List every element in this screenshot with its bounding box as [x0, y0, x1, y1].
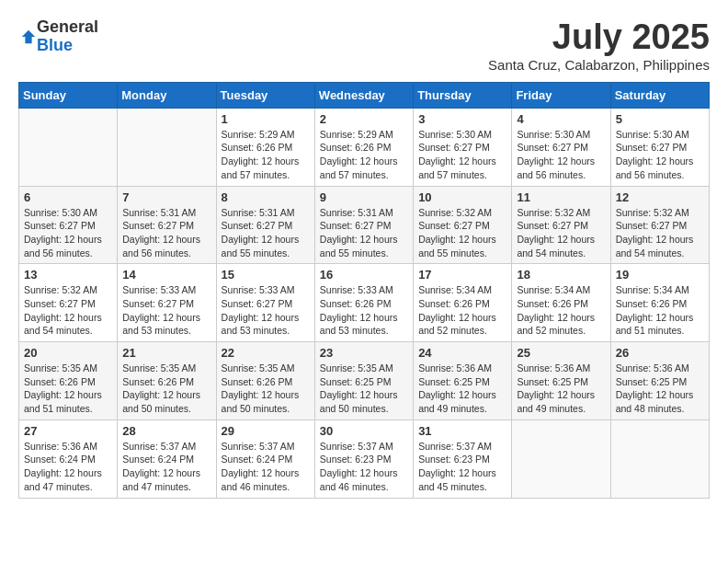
logo: General Blue — [18, 18, 98, 55]
day-number: 26 — [616, 346, 704, 360]
day-info: Sunrise: 5:30 AM Sunset: 6:27 PM Dayligh… — [418, 128, 506, 182]
day-number: 21 — [122, 346, 210, 360]
calendar-cell: 3Sunrise: 5:30 AM Sunset: 6:27 PM Daylig… — [414, 108, 512, 186]
week-row-4: 20Sunrise: 5:35 AM Sunset: 6:26 PM Dayli… — [19, 342, 710, 420]
day-number: 31 — [418, 424, 506, 438]
day-info: Sunrise: 5:33 AM Sunset: 6:27 PM Dayligh… — [222, 283, 310, 338]
day-info: Sunrise: 5:31 AM Sunset: 6:27 PM Dayligh… — [222, 206, 310, 260]
day-header-monday: Monday — [118, 82, 216, 108]
day-info: Sunrise: 5:37 AM Sunset: 6:23 PM Dayligh… — [418, 440, 506, 494]
calendar-cell: 8Sunrise: 5:31 AM Sunset: 6:27 PM Daylig… — [216, 186, 314, 264]
day-number: 10 — [418, 190, 506, 204]
calendar-cell — [118, 108, 216, 186]
day-number: 2 — [320, 112, 408, 126]
day-header-thursday: Thursday — [414, 82, 512, 108]
calendar-cell: 23Sunrise: 5:35 AM Sunset: 6:25 PM Dayli… — [314, 342, 413, 420]
svg-marker-0 — [22, 30, 35, 43]
day-number: 7 — [122, 190, 210, 204]
day-header-saturday: Saturday — [610, 82, 709, 108]
day-number: 29 — [222, 424, 310, 438]
week-row-1: 1Sunrise: 5:29 AM Sunset: 6:26 PM Daylig… — [19, 108, 710, 186]
day-info: Sunrise: 5:36 AM Sunset: 6:24 PM Dayligh… — [24, 440, 112, 494]
day-number: 9 — [320, 190, 408, 204]
day-info: Sunrise: 5:37 AM Sunset: 6:24 PM Dayligh… — [122, 440, 210, 494]
calendar-cell: 18Sunrise: 5:34 AM Sunset: 6:26 PM Dayli… — [512, 264, 610, 342]
logo-blue: Blue — [37, 37, 98, 55]
day-info: Sunrise: 5:36 AM Sunset: 6:25 PM Dayligh… — [418, 362, 506, 416]
calendar-cell: 20Sunrise: 5:35 AM Sunset: 6:26 PM Dayli… — [19, 342, 118, 420]
day-number: 24 — [418, 346, 506, 360]
week-row-5: 27Sunrise: 5:36 AM Sunset: 6:24 PM Dayli… — [19, 419, 710, 498]
header-row: SundayMondayTuesdayWednesdayThursdayFrid… — [19, 82, 710, 108]
calendar-cell: 26Sunrise: 5:36 AM Sunset: 6:25 PM Dayli… — [610, 342, 709, 420]
day-info: Sunrise: 5:35 AM Sunset: 6:26 PM Dayligh… — [222, 362, 310, 416]
calendar-cell: 5Sunrise: 5:30 AM Sunset: 6:27 PM Daylig… — [610, 108, 709, 186]
day-number: 16 — [320, 268, 408, 282]
day-info: Sunrise: 5:36 AM Sunset: 6:25 PM Dayligh… — [517, 362, 605, 416]
day-info: Sunrise: 5:36 AM Sunset: 6:25 PM Dayligh… — [616, 362, 704, 416]
day-info: Sunrise: 5:32 AM Sunset: 6:27 PM Dayligh… — [616, 206, 704, 260]
day-info: Sunrise: 5:33 AM Sunset: 6:26 PM Dayligh… — [320, 283, 408, 338]
logo-general: General — [37, 18, 98, 37]
day-info: Sunrise: 5:34 AM Sunset: 6:26 PM Dayligh… — [418, 283, 506, 338]
calendar-table: SundayMondayTuesdayWednesdayThursdayFrid… — [18, 82, 710, 499]
calendar-cell: 1Sunrise: 5:29 AM Sunset: 6:26 PM Daylig… — [216, 108, 314, 186]
day-header-tuesday: Tuesday — [216, 82, 314, 108]
calendar-cell: 21Sunrise: 5:35 AM Sunset: 6:26 PM Dayli… — [118, 342, 216, 420]
month-title: July 2025 — [488, 18, 710, 57]
logo-text: General Blue — [37, 18, 98, 55]
day-number: 30 — [320, 424, 408, 438]
day-number: 18 — [517, 268, 605, 282]
day-number: 5 — [616, 112, 704, 126]
day-number: 22 — [222, 346, 310, 360]
calendar-cell: 16Sunrise: 5:33 AM Sunset: 6:26 PM Dayli… — [314, 264, 413, 342]
calendar-cell — [512, 419, 610, 498]
week-row-3: 13Sunrise: 5:32 AM Sunset: 6:27 PM Dayli… — [19, 264, 710, 342]
day-header-friday: Friday — [512, 82, 610, 108]
calendar-cell: 2Sunrise: 5:29 AM Sunset: 6:26 PM Daylig… — [314, 108, 413, 186]
calendar-cell: 29Sunrise: 5:37 AM Sunset: 6:24 PM Dayli… — [216, 419, 314, 498]
logo-icon — [20, 29, 37, 45]
calendar-cell: 17Sunrise: 5:34 AM Sunset: 6:26 PM Dayli… — [414, 264, 512, 342]
day-number: 27 — [24, 424, 112, 438]
calendar-cell: 25Sunrise: 5:36 AM Sunset: 6:25 PM Dayli… — [512, 342, 610, 420]
calendar-cell: 31Sunrise: 5:37 AM Sunset: 6:23 PM Dayli… — [414, 419, 512, 498]
day-info: Sunrise: 5:35 AM Sunset: 6:26 PM Dayligh… — [122, 362, 210, 416]
day-number: 12 — [616, 190, 704, 204]
day-info: Sunrise: 5:32 AM Sunset: 6:27 PM Dayligh… — [24, 283, 112, 338]
day-info: Sunrise: 5:35 AM Sunset: 6:26 PM Dayligh… — [24, 362, 112, 416]
day-info: Sunrise: 5:30 AM Sunset: 6:27 PM Dayligh… — [616, 128, 704, 182]
week-row-2: 6Sunrise: 5:30 AM Sunset: 6:27 PM Daylig… — [19, 186, 710, 264]
day-number: 15 — [222, 268, 310, 282]
day-info: Sunrise: 5:30 AM Sunset: 6:27 PM Dayligh… — [24, 206, 112, 260]
calendar-cell: 4Sunrise: 5:30 AM Sunset: 6:27 PM Daylig… — [512, 108, 610, 186]
calendar-cell — [610, 419, 709, 498]
day-info: Sunrise: 5:31 AM Sunset: 6:27 PM Dayligh… — [320, 206, 408, 260]
title-area: July 2025 Santa Cruz, Calabarzon, Philip… — [488, 18, 710, 73]
day-info: Sunrise: 5:29 AM Sunset: 6:26 PM Dayligh… — [222, 128, 310, 182]
calendar-cell: 22Sunrise: 5:35 AM Sunset: 6:26 PM Dayli… — [216, 342, 314, 420]
calendar-cell: 13Sunrise: 5:32 AM Sunset: 6:27 PM Dayli… — [19, 264, 118, 342]
day-number: 8 — [222, 190, 310, 204]
calendar-cell: 7Sunrise: 5:31 AM Sunset: 6:27 PM Daylig… — [118, 186, 216, 264]
calendar-cell — [19, 108, 118, 186]
calendar-cell: 14Sunrise: 5:33 AM Sunset: 6:27 PM Dayli… — [118, 264, 216, 342]
calendar-cell: 19Sunrise: 5:34 AM Sunset: 6:26 PM Dayli… — [610, 264, 709, 342]
day-info: Sunrise: 5:29 AM Sunset: 6:26 PM Dayligh… — [320, 128, 408, 182]
day-number: 6 — [24, 190, 112, 204]
day-number: 25 — [517, 346, 605, 360]
calendar-cell: 28Sunrise: 5:37 AM Sunset: 6:24 PM Dayli… — [118, 419, 216, 498]
location-subtitle: Santa Cruz, Calabarzon, Philippines — [488, 57, 710, 73]
day-number: 28 — [122, 424, 210, 438]
day-number: 3 — [418, 112, 506, 126]
calendar-cell: 27Sunrise: 5:36 AM Sunset: 6:24 PM Dayli… — [19, 419, 118, 498]
day-info: Sunrise: 5:37 AM Sunset: 6:24 PM Dayligh… — [222, 440, 310, 494]
day-number: 17 — [418, 268, 506, 282]
day-number: 23 — [320, 346, 408, 360]
day-info: Sunrise: 5:31 AM Sunset: 6:27 PM Dayligh… — [122, 206, 210, 260]
day-number: 1 — [222, 112, 310, 126]
day-info: Sunrise: 5:32 AM Sunset: 6:27 PM Dayligh… — [418, 206, 506, 260]
day-info: Sunrise: 5:35 AM Sunset: 6:25 PM Dayligh… — [320, 362, 408, 416]
day-header-sunday: Sunday — [19, 82, 118, 108]
day-number: 19 — [616, 268, 704, 282]
